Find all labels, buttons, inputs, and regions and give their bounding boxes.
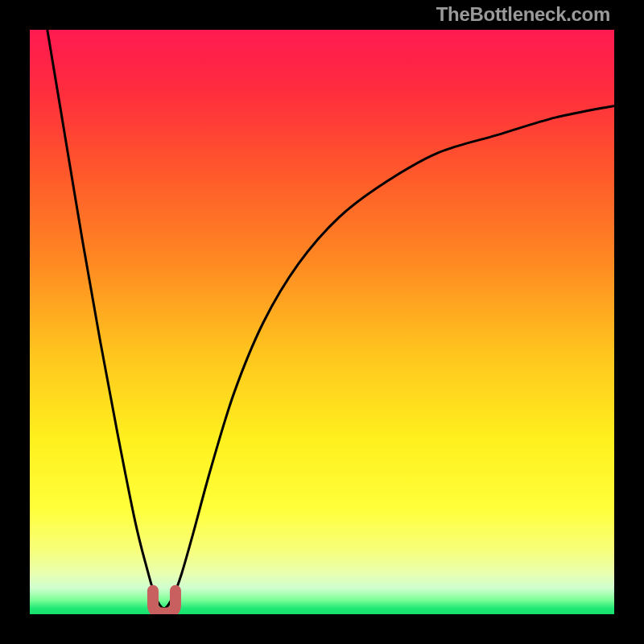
chart-frame: TheBottleneck.com [0, 0, 644, 644]
heat-gradient-background [30, 30, 614, 614]
watermark-text: TheBottleneck.com [436, 3, 610, 26]
bottleneck-chart [30, 30, 614, 614]
plot-area [30, 30, 614, 614]
